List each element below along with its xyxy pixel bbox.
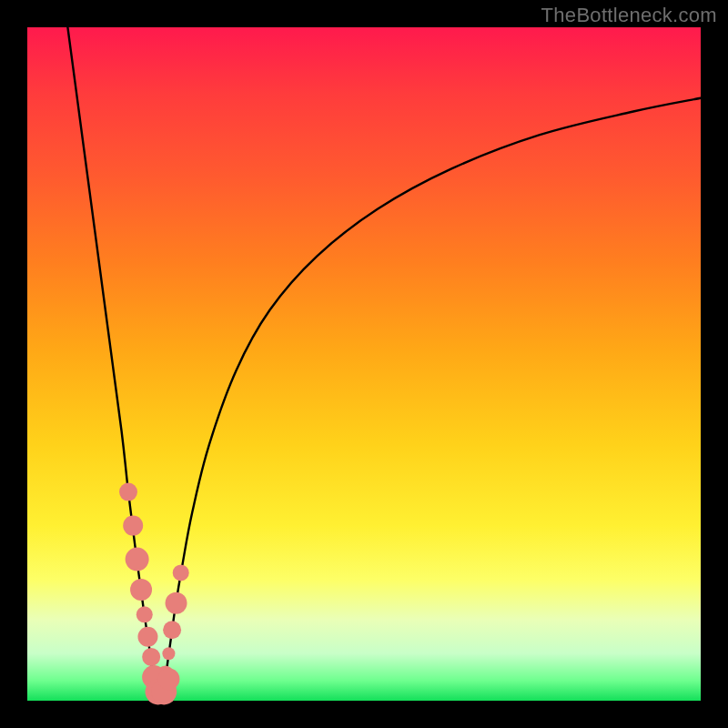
left-bead: [130, 579, 152, 601]
watermark-text: TheBottleneck.com: [541, 4, 717, 27]
bottom-bead: [157, 668, 179, 690]
left-bead: [136, 606, 153, 622]
left-bead: [119, 483, 137, 501]
curve-svg: [27, 27, 701, 701]
chart-frame: TheBottleneck.com: [0, 0, 728, 728]
bead-markers: [119, 483, 189, 705]
right-bead: [173, 564, 189, 581]
plot-area: [27, 27, 701, 701]
right-bead: [166, 592, 187, 614]
right-branch-curve: [162, 98, 701, 701]
left-bead: [123, 516, 143, 536]
left-bead: [142, 648, 160, 666]
right-bead: [162, 647, 175, 660]
right-bead: [163, 621, 181, 639]
left-bead: [137, 627, 157, 647]
left-bead: [126, 548, 149, 571]
